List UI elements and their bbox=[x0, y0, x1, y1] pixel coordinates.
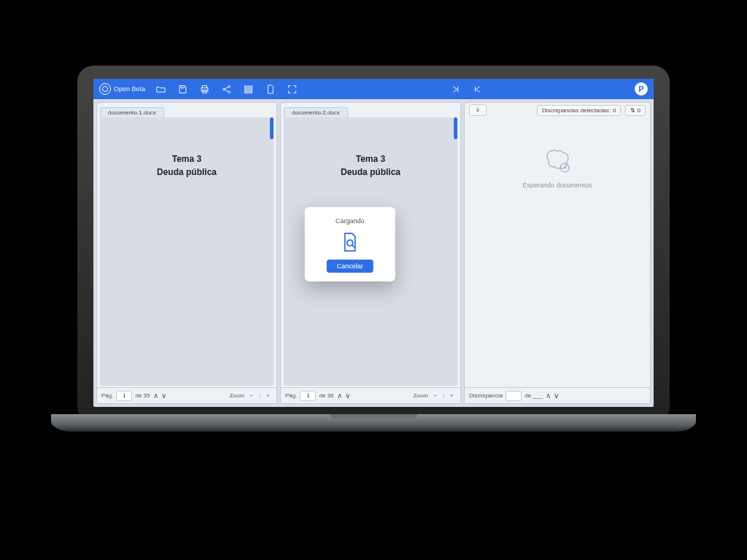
document-icon[interactable] bbox=[263, 82, 276, 96]
document-pane-1: documento-1.docx Tema 3 Deuda pública Pá… bbox=[96, 102, 277, 404]
document-search-icon bbox=[341, 232, 359, 252]
page-label: Pág. bbox=[285, 392, 297, 399]
page-next-icon[interactable]: ∨ bbox=[345, 392, 350, 400]
page-label: Pág. bbox=[101, 392, 113, 399]
svg-rect-6 bbox=[244, 88, 252, 90]
page-preview: Tema 3 Deuda pública bbox=[157, 154, 217, 177]
zoom-in-icon[interactable]: + bbox=[447, 392, 456, 399]
folder-open-icon[interactable] bbox=[154, 82, 167, 96]
laptop-frame: Open Beta bbox=[77, 66, 670, 414]
svg-rect-7 bbox=[244, 91, 252, 93]
zoom-label: Zoom bbox=[413, 392, 427, 399]
doc1-subheading: Deuda pública bbox=[157, 167, 217, 177]
disc-index-input[interactable] bbox=[506, 391, 522, 401]
laptop-base bbox=[51, 414, 696, 432]
brain-clock-icon bbox=[543, 147, 572, 174]
page-input-1[interactable]: 1 bbox=[116, 391, 132, 401]
app-logo: Open Beta bbox=[99, 83, 145, 95]
go-last-icon[interactable] bbox=[449, 82, 462, 96]
app-screen: Open Beta bbox=[93, 79, 654, 407]
svg-rect-5 bbox=[244, 86, 252, 88]
logo-icon bbox=[99, 83, 111, 95]
page-prev-icon[interactable]: ∧ bbox=[153, 392, 158, 400]
page-of: de 36 bbox=[319, 392, 333, 399]
page-next-icon[interactable]: ∨ bbox=[161, 392, 166, 400]
cancel-button[interactable]: Cancelar bbox=[327, 260, 374, 273]
modal-title: Cargando bbox=[336, 217, 365, 225]
zoom-out-icon[interactable]: − bbox=[247, 392, 256, 399]
user-avatar[interactable]: P bbox=[635, 82, 648, 96]
tab-doc-2[interactable]: documento-2.docx bbox=[284, 107, 348, 117]
zoom-out-icon[interactable]: − bbox=[431, 392, 440, 399]
svg-rect-1 bbox=[203, 90, 206, 93]
tab-doc-1[interactable]: documento-1.docx bbox=[100, 107, 164, 117]
page-preview: Tema 3 Deuda pública bbox=[341, 154, 400, 177]
discrepancy-body: Esperando documentos bbox=[465, 117, 650, 387]
discrepancy-pane: Discrepancias detectadas: 0 ⇅ 0 Esper bbox=[464, 102, 651, 404]
brand-label: Open Beta bbox=[114, 85, 145, 93]
pin-button[interactable] bbox=[469, 104, 487, 116]
page-input-2[interactable]: 1 bbox=[300, 391, 316, 401]
tab-row: documento-1.docx bbox=[97, 103, 276, 117]
share-icon[interactable] bbox=[220, 82, 233, 96]
save-icon[interactable] bbox=[176, 82, 189, 96]
discrepancy-footer: Discrepancia de ___ ∧ ∨ bbox=[465, 387, 650, 403]
svg-point-4 bbox=[228, 91, 231, 93]
disc-of-label: de ___ bbox=[525, 392, 542, 399]
page-of: de 35 bbox=[135, 392, 150, 399]
print-icon[interactable] bbox=[198, 82, 211, 96]
svg-point-9 bbox=[347, 240, 353, 246]
wrap-toggle[interactable]: ⇅ 0 bbox=[625, 105, 646, 116]
svg-rect-0 bbox=[201, 88, 208, 90]
list-view-icon[interactable] bbox=[241, 82, 255, 96]
fullscreen-icon[interactable] bbox=[285, 82, 298, 96]
zoom-label: Zoom bbox=[229, 392, 244, 399]
loading-modal: Cargando Cancelar bbox=[305, 207, 395, 281]
document-viewport-1[interactable]: Tema 3 Deuda pública bbox=[100, 117, 274, 386]
doc2-subheading: Deuda pública bbox=[341, 167, 400, 177]
pane-footer-2: Pág. 1 de 36 ∧ ∨ Zoom − | + bbox=[281, 387, 460, 403]
zoom-in-icon[interactable]: + bbox=[263, 392, 272, 399]
discrepancies-count: Discrepancias detectadas: 0 bbox=[537, 105, 621, 116]
discrepancy-header: Discrepancias detectadas: 0 ⇅ 0 bbox=[465, 103, 650, 117]
pane-footer-1: Pág. 1 de 35 ∧ ∨ Zoom − | + bbox=[97, 387, 276, 403]
svg-point-3 bbox=[228, 85, 231, 88]
main-toolbar: Open Beta bbox=[93, 79, 654, 99]
go-first-icon[interactable] bbox=[471, 82, 484, 96]
page-prev-icon[interactable]: ∧ bbox=[337, 392, 342, 400]
disc-prev-icon[interactable]: ∧ bbox=[546, 392, 551, 400]
doc2-heading: Tema 3 bbox=[341, 154, 400, 164]
tab-row: documento-2.docx bbox=[281, 103, 460, 117]
disc-next-icon[interactable]: ∨ bbox=[554, 392, 559, 400]
doc1-heading: Tema 3 bbox=[157, 154, 217, 164]
disc-footer-label: Discrepancia bbox=[469, 392, 503, 399]
svg-point-2 bbox=[222, 88, 225, 90]
waiting-label: Esperando documentos bbox=[522, 182, 592, 189]
